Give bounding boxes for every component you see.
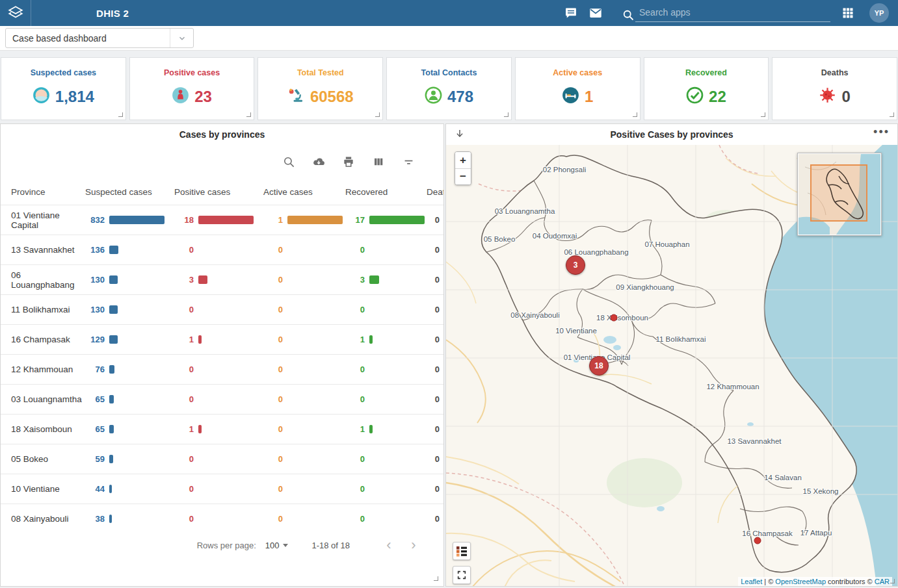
active-cell: 0 <box>263 484 345 494</box>
case-point-marker[interactable] <box>611 314 618 322</box>
positive-cell: 1 <box>174 335 263 344</box>
legend-button[interactable] <box>453 542 471 560</box>
card-value: 0 <box>841 88 850 106</box>
table-row: 05 Bokeo590000 <box>1 444 443 474</box>
suspected-bar <box>109 395 114 403</box>
suspected-cell: 38 <box>85 514 174 524</box>
user-avatar[interactable]: YP <box>869 3 889 23</box>
mail-icon[interactable] <box>588 6 603 20</box>
card-resize-handle[interactable] <box>504 112 508 117</box>
province-cell: 16 Champasak <box>11 335 85 344</box>
case-cluster-marker[interactable]: 18 <box>589 356 609 376</box>
download-arrow-icon[interactable] <box>454 128 466 142</box>
app-title: DHIS 2 <box>96 8 129 19</box>
stat-card-suspected-cases: Suspected cases1,814 <box>1 57 126 120</box>
map-label-17-attapu: 17 Attapu <box>800 529 832 537</box>
suspected-cell: 832 <box>85 215 174 225</box>
suspected-cell: 65 <box>85 394 174 404</box>
table-pagination: Rows per page: 100 1-18 of 18 ‹ › <box>1 533 443 557</box>
card-title: Deaths <box>821 68 849 77</box>
overview-map-image <box>799 154 880 235</box>
card-resize-handle[interactable] <box>246 112 251 117</box>
card-resize-handle[interactable] <box>118 112 123 117</box>
overview-map[interactable] <box>797 153 882 236</box>
zoom-out-button[interactable]: − <box>455 168 471 185</box>
active-cell: 0 <box>263 305 345 314</box>
suspected-cell: 59 <box>85 454 174 464</box>
apps-grid-icon[interactable] <box>841 6 855 20</box>
filter-icon[interactable] <box>402 155 415 168</box>
positive-cell: 0 <box>174 364 263 374</box>
card-resize-handle[interactable] <box>761 112 765 117</box>
more-options-icon[interactable]: ••• <box>873 125 890 139</box>
recovered-cell: 0 <box>345 305 427 314</box>
col-header-active: Active cases <box>263 187 345 197</box>
recovered-cell: 3 <box>345 275 427 285</box>
table-resize-handle[interactable] <box>434 576 438 581</box>
positive-bar <box>198 275 207 284</box>
positive-cell: 0 <box>174 305 263 314</box>
col-header-province: Province <box>11 187 85 197</box>
zoom-in-button[interactable]: + <box>455 152 471 168</box>
recovered-cell: 0 <box>345 454 427 464</box>
map-label-11-bolikhamxai: 11 Bolikhamxai <box>655 335 706 343</box>
deaths-cell: 0 <box>427 305 444 314</box>
province-cell: 10 Vientiane <box>11 484 85 494</box>
province-cell: 05 Bokeo <box>11 454 85 464</box>
card-title: Suspected cases <box>31 68 96 77</box>
mask-face-icon <box>33 86 50 107</box>
download-icon[interactable] <box>312 155 325 168</box>
card-resize-handle[interactable] <box>890 112 894 117</box>
map-resize-handle[interactable] <box>890 579 895 583</box>
print-icon[interactable] <box>342 155 355 168</box>
case-cluster-marker[interactable]: 3 <box>566 255 585 275</box>
positive-cell: 0 <box>174 484 263 494</box>
card-resize-handle[interactable] <box>633 112 637 117</box>
leaflet-link[interactable]: Leaflet <box>741 578 762 585</box>
hospital-bed-icon <box>562 86 579 107</box>
table-panel-title: Cases by provinces <box>179 129 265 140</box>
columns-icon[interactable] <box>372 155 385 168</box>
table-row: 11 Bolikhamxai1300000 <box>1 294 443 324</box>
layers-icon <box>7 5 24 21</box>
prev-page-button[interactable]: ‹ <box>381 537 397 553</box>
stat-card-total-tested: Total Tested60568 <box>258 57 383 120</box>
card-value: 23 <box>194 88 212 106</box>
case-point-marker[interactable] <box>754 537 761 544</box>
fullscreen-button[interactable] <box>453 566 471 584</box>
search-icon <box>621 8 635 22</box>
map-label-09-xiangkhouang: 09 Xiangkhouang <box>616 283 674 291</box>
suspected-bar <box>109 305 118 314</box>
deaths-cell: 0 <box>427 245 444 255</box>
recovered-cell: 0 <box>345 484 427 494</box>
suspected-cell: 44 <box>85 484 174 494</box>
map-label-13-savannakhet: 13 Savannakhet <box>727 437 781 445</box>
stat-card-total-contacts: Total Contacts478 <box>386 57 512 120</box>
card-resize-handle[interactable] <box>375 112 380 117</box>
search-apps-input[interactable] <box>635 5 830 22</box>
deaths-cell: 0 <box>427 394 444 404</box>
messages-icon[interactable] <box>564 6 578 20</box>
rows-per-page-select[interactable]: 100 <box>265 541 289 550</box>
recovered-bar <box>369 275 379 284</box>
map-label-10-vientiane: 10 Vientiane <box>555 327 597 335</box>
carto-link[interactable]: CAR <box>875 578 890 585</box>
active-cell: 0 <box>263 514 345 524</box>
osm-link[interactable]: OpenStreetMap <box>775 578 826 585</box>
dashboard-bar: Case based dashboard <box>0 26 898 51</box>
pagination-range: 1-18 of 18 <box>311 541 350 550</box>
table-row: 10 Vientiane440000 <box>1 474 443 504</box>
table-search-icon[interactable] <box>282 155 295 168</box>
dashboard-selector[interactable]: Case based dashboard <box>5 28 194 48</box>
table-row: 01 Vientiane Capital832181170 <box>1 205 443 235</box>
dhis2-logo[interactable] <box>0 0 31 26</box>
stat-cards-row: Suspected cases1,814Positive cases23Tota… <box>0 51 898 120</box>
suspected-cell: 65 <box>85 424 174 434</box>
map-canvas[interactable]: 02 Phongsali03 Louangnamtha04 Oudomxai05… <box>446 145 897 587</box>
map-label-07-houaphan: 07 Houaphan <box>644 240 689 248</box>
map-label-15-xekong: 15 Xekong <box>803 487 839 495</box>
suspected-cell: 129 <box>85 335 174 344</box>
deaths-cell: 0 <box>427 215 444 225</box>
next-page-button[interactable]: › <box>406 537 421 553</box>
table-body: 01 Vientiane Capital83218117013 Savannak… <box>1 205 443 533</box>
